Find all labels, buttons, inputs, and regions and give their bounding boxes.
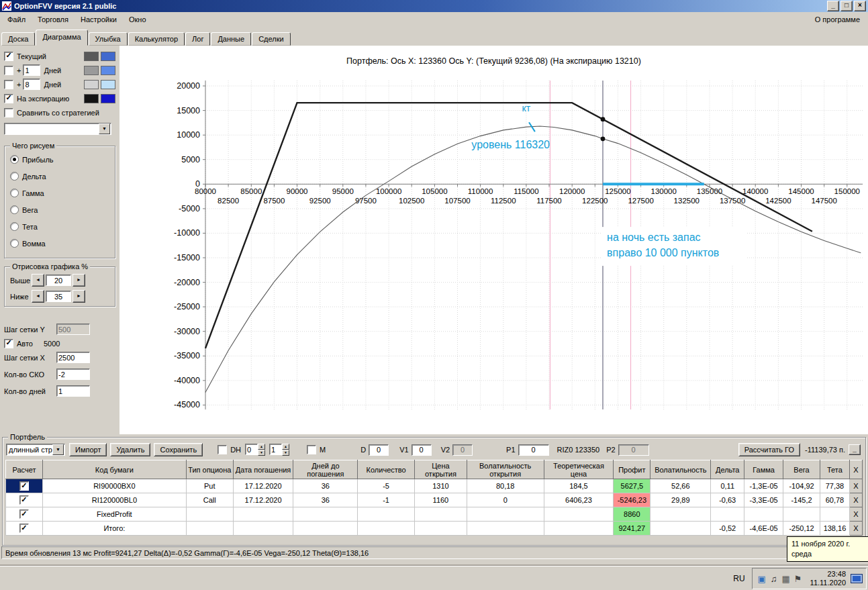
tab-deals[interactable]: Сделки: [252, 32, 291, 46]
col-option-type[interactable]: Тип опциона: [186, 460, 233, 479]
remove-row-button[interactable]: X: [849, 507, 862, 522]
flag-icon[interactable]: ⚑: [792, 574, 804, 584]
cell-quantity[interactable]: -5: [358, 479, 415, 493]
days1-color1-swatch[interactable]: [84, 66, 99, 75]
above-increase-button[interactable]: ►: [73, 274, 85, 287]
col-open-volatility[interactable]: Волатильность открытия: [467, 460, 544, 479]
remove-row-button[interactable]: X: [849, 479, 862, 493]
display-tray-icon[interactable]: ▦: [780, 574, 792, 584]
cell-quantity[interactable]: -1: [358, 493, 415, 507]
cell-open-price[interactable]: [415, 522, 467, 536]
cell-open-volatility[interactable]: [467, 522, 544, 536]
col-open-price[interactable]: Цена открытия: [415, 460, 467, 479]
cell-theor-price[interactable]: [544, 507, 614, 522]
cell-calc[interactable]: [6, 507, 43, 522]
col-quantity[interactable]: Количество: [358, 460, 415, 479]
volume-icon[interactable]: ♫: [768, 574, 780, 584]
cell-option-type[interactable]: [186, 507, 233, 522]
cell-code[interactable]: RI90000BX0: [42, 479, 186, 493]
cell-option-type[interactable]: Call: [186, 493, 233, 507]
cell-theta[interactable]: 60,78: [820, 493, 849, 507]
menu-trading[interactable]: Торговля: [32, 13, 75, 26]
expiration-color1-swatch[interactable]: [84, 94, 99, 103]
tab-smile[interactable]: Улыбка: [89, 32, 128, 46]
d-input[interactable]: [369, 444, 389, 456]
cell-calc[interactable]: [6, 493, 43, 507]
expiration-checkbox[interactable]: [4, 94, 13, 103]
delta-radio[interactable]: [10, 172, 19, 181]
current-color2-swatch[interactable]: [101, 52, 115, 61]
collapse-button[interactable]: _: [849, 444, 861, 455]
p2-input[interactable]: [618, 444, 649, 456]
tab-diagram[interactable]: Диаграмма: [36, 30, 87, 46]
vomma-radio[interactable]: [10, 239, 19, 248]
cell-open-volatility[interactable]: 0: [467, 493, 544, 507]
col-code[interactable]: Код бумаги: [42, 460, 186, 479]
days8-checkbox[interactable]: [4, 80, 13, 89]
days1-input[interactable]: [23, 64, 40, 76]
cell-expiry-date[interactable]: [233, 522, 293, 536]
cell-volatility[interactable]: [650, 507, 711, 522]
import-button[interactable]: Импорт: [69, 443, 107, 456]
days1-checkbox[interactable]: [4, 66, 13, 75]
col-days-to-expiry[interactable]: Дней до погашения: [293, 460, 358, 479]
below-percent-input[interactable]: [46, 291, 71, 302]
spin-up-icon[interactable]: ▲: [282, 444, 289, 450]
profit-radio[interactable]: [10, 155, 19, 164]
v2-input[interactable]: [452, 444, 473, 456]
language-indicator[interactable]: RU: [726, 574, 751, 583]
menu-settings[interactable]: Настройки: [75, 13, 123, 26]
taskbar-clock[interactable]: 23:48 11.11.2020: [810, 570, 846, 587]
cell-delta[interactable]: -0,63: [711, 493, 744, 507]
col-vega[interactable]: Вега: [783, 460, 820, 479]
sko-input[interactable]: [56, 368, 90, 380]
cell-code[interactable]: RI120000BL0: [42, 493, 186, 507]
col-delta[interactable]: Дельта: [711, 460, 744, 479]
calc-go-button[interactable]: Рассчитать ГО: [738, 443, 800, 456]
cell-gamma[interactable]: [744, 507, 783, 522]
minimize-button[interactable]: _: [827, 1, 839, 11]
cell-option-type[interactable]: Put: [186, 479, 233, 493]
chevron-down-icon[interactable]: ▼: [52, 444, 64, 455]
cell-expiry-date[interactable]: 17.12.2020: [233, 493, 293, 507]
row-enabled-checkbox[interactable]: [19, 481, 29, 491]
col-volatility[interactable]: Волатильность: [650, 460, 711, 479]
auto-checkbox[interactable]: [4, 339, 13, 348]
cell-open-price[interactable]: 1160: [415, 493, 467, 507]
cell-theor-price[interactable]: 184,5: [544, 479, 614, 493]
cell-calc[interactable]: [6, 479, 43, 493]
col-theta[interactable]: Тета: [820, 460, 849, 479]
cell-gamma[interactable]: -3,3E-05: [744, 493, 783, 507]
chevron-down-icon[interactable]: ▼: [99, 124, 110, 134]
above-percent-input[interactable]: [46, 275, 71, 286]
draw-option-profit[interactable]: Прибыль: [10, 154, 109, 164]
m-checkbox[interactable]: [307, 445, 316, 454]
row-enabled-checkbox[interactable]: [19, 524, 29, 533]
above-decrease-button[interactable]: ◄: [32, 274, 44, 287]
cell-open-price[interactable]: 1310: [415, 479, 467, 493]
remove-row-button[interactable]: X: [849, 522, 862, 536]
cell-open-volatility[interactable]: 80,18: [467, 479, 544, 493]
dh-spinner-2-input[interactable]: [269, 444, 282, 455]
cell-theta[interactable]: 77,38: [820, 479, 849, 493]
spin-down-icon[interactable]: ▼: [282, 450, 289, 456]
col-expiry-date[interactable]: Дата погашения: [233, 460, 293, 479]
tab-data[interactable]: Данные: [211, 32, 251, 46]
cell-days-to-expiry[interactable]: 36: [293, 493, 358, 507]
cell-code[interactable]: Итого:: [42, 522, 186, 536]
current-checkbox[interactable]: [4, 52, 13, 61]
cell-profit[interactable]: -5246,23: [614, 493, 650, 507]
cell-volatility[interactable]: [650, 522, 711, 536]
cell-delta[interactable]: -0,52: [711, 522, 744, 536]
cell-expiry-date[interactable]: [233, 507, 293, 522]
cell-theor-price[interactable]: [544, 522, 614, 536]
row-enabled-checkbox[interactable]: [19, 509, 29, 519]
cell-days-to-expiry[interactable]: [293, 507, 358, 522]
cell-days-to-expiry[interactable]: [293, 522, 358, 536]
cell-theor-price[interactable]: 6406,23: [544, 493, 614, 507]
tab-log[interactable]: Лог: [185, 32, 210, 46]
below-increase-button[interactable]: ►: [73, 290, 85, 303]
grid-x-input[interactable]: [56, 352, 90, 363]
cell-volatility[interactable]: 29,89: [650, 493, 711, 507]
days8-color1-swatch[interactable]: [84, 80, 99, 89]
